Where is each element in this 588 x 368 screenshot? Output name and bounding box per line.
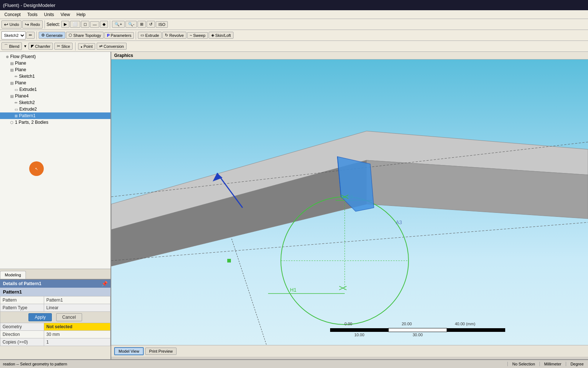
sweep-button[interactable]: Sweep [187, 32, 208, 39]
unit-degree-status: Degree [566, 362, 588, 366]
graphics-area: Graphics [111, 52, 588, 359]
apply-button[interactable]: Apply [28, 313, 52, 321]
tab-modeling[interactable]: Modeling [0, 271, 26, 279]
zoom-out-btn[interactable]: 🔍- [125, 21, 137, 28]
share-topology-button[interactable]: Share Topology [66, 32, 104, 39]
status-message: reation -- Select geometry to pattern [0, 362, 507, 366]
detail-value-geometry[interactable]: Not selected [44, 323, 111, 331]
tree-item-plane2[interactable]: ▤ Plane [0, 66, 111, 73]
select-edge-btn[interactable]: — [90, 21, 99, 28]
generate-button[interactable]: Generate [39, 32, 65, 39]
tree-item-pattern1[interactable]: ⊞ Pattern1 [0, 112, 111, 119]
detail-value-copies[interactable]: 1 [44, 338, 111, 346]
generate-icon [41, 33, 45, 38]
extrude-button[interactable]: Extrude [138, 32, 162, 39]
revolve-button[interactable]: Revolve [162, 32, 186, 39]
details-table: Pattern Pattern1 Pattern Type Linear App… [0, 296, 111, 346]
status-right: No Selection Millimeter Degree [507, 362, 588, 366]
extrude-icon [140, 33, 144, 38]
detail-row-pattern: Pattern Pattern1 [0, 296, 111, 304]
redo-button[interactable]: Redo [22, 20, 42, 28]
select-box-btn[interactable]: ⬜ [70, 21, 80, 28]
sketch-dropdown[interactable]: Sketch2 [1, 31, 26, 39]
details-header: Details of Pattern1 📌 [0, 280, 111, 288]
blend-dropdown-arrow[interactable]: ▼ [23, 44, 27, 48]
orange-cursor-indicator: ↖ [29, 161, 44, 176]
cursor-arrow: ↖ [35, 167, 38, 171]
cancel-button[interactable]: Cancel [56, 313, 82, 321]
menu-concept[interactable]: Concept [1, 11, 24, 18]
detail-label-type: Pattern Type [0, 304, 44, 312]
zoom-fit-btn[interactable]: ⊞ [138, 21, 146, 28]
detail-label-geometry: Geometry [0, 323, 44, 331]
svg-text:30.00: 30.00 [413, 333, 423, 337]
toolbar2: Sketch2 ✏ Generate Share Topology Parame… [0, 30, 588, 41]
detail-row-buttons: Apply Cancel [0, 312, 111, 323]
select-body-btn[interactable]: ◆ [100, 21, 108, 28]
tree-item-plane1[interactable]: ▤ Plane [0, 60, 111, 66]
svg-text:40.00 (mm): 40.00 (mm) [455, 322, 475, 326]
sketch1-icon: ✏ [15, 74, 18, 78]
details-title-row: Pattern1 [0, 288, 111, 296]
tree-item-plane3[interactable]: ▤ Plane [0, 80, 111, 86]
undo-button[interactable]: Undo [1, 20, 22, 28]
detail-label-copies: Copies (>=0) [0, 338, 44, 346]
point-icon [81, 44, 82, 49]
tree-item-sketch1[interactable]: ✏ Sketch1 [0, 73, 111, 80]
viewport[interactable]: H1 H2 A3 [111, 60, 588, 345]
details-header-text: Details of Pattern1 [3, 281, 41, 286]
print-preview-button[interactable]: Print Preview [145, 348, 177, 355]
tree-item-flow[interactable]: ⊕ Flow (Fluent) [0, 53, 111, 60]
iso-icon: ISO [158, 22, 165, 27]
select-label: Select: [47, 22, 60, 27]
tree-item-extrude2[interactable]: ▭ Extrude2 [0, 106, 111, 112]
detail-label-pattern: Pattern [0, 296, 44, 304]
edge-icon: — [93, 22, 97, 27]
sketch-icon-btn[interactable]: ✏ [26, 32, 35, 39]
tree-item-plane4[interactable]: ▤ Plane4 [0, 93, 111, 99]
detail-value-pattern[interactable]: Pattern1 [44, 296, 111, 304]
menu-help[interactable]: Help [74, 11, 89, 18]
point-button[interactable]: Point [78, 43, 95, 50]
model-svg: H1 H2 A3 [111, 60, 588, 345]
rotate-btn[interactable]: ↺ [147, 21, 155, 28]
menu-units[interactable]: Units [41, 11, 57, 18]
sweep-icon [190, 33, 192, 38]
plane3-icon: ▤ [10, 81, 13, 85]
chamfer-button[interactable]: Chamfer [28, 43, 53, 50]
viewport-bottom: Model View Print Preview [111, 345, 588, 357]
select-face-btn[interactable]: ◻ [81, 21, 89, 28]
toolbar3: Blend ▼ Chamfer Slice Point Conversion [0, 41, 588, 52]
undo-icon [4, 22, 8, 27]
green-square [227, 259, 231, 262]
title-text: (Fluent) - DesignModeler [3, 3, 55, 8]
blend-button[interactable]: Blend [1, 42, 22, 50]
no-selection-status: No Selection [507, 362, 539, 366]
zoom-in-icon: 🔍+ [115, 22, 122, 27]
skinloft-button[interactable]: Skin/Loft [209, 32, 233, 39]
collapse-pin[interactable]: 📌 [101, 281, 108, 287]
fit-icon: ⊞ [140, 22, 143, 27]
parameters-button[interactable]: Parameters [104, 32, 134, 39]
zoom-in-btn[interactable]: 🔍+ [112, 21, 124, 28]
detail-value-direction[interactable]: 30 mm [44, 331, 111, 338]
select-arrow-btn[interactable]: ▶ [61, 21, 69, 28]
detail-value-type[interactable]: Linear [44, 304, 111, 312]
tree-item-extrude1[interactable]: ▭ Extrude1 [0, 86, 111, 93]
iso-view-btn[interactable]: ISO [156, 21, 168, 28]
left-panel: ⊕ Flow (Fluent) ▤ Plane ▤ Plane ✏ Sketch… [0, 52, 111, 359]
tree-item-sketch2[interactable]: ✏ Sketch2 [0, 99, 111, 106]
plane2-icon: ▤ [10, 68, 13, 72]
slice-button[interactable]: Slice [54, 43, 73, 50]
conversion-button[interactable]: Conversion [97, 43, 127, 50]
detail-row-geometry: Geometry Not selected [0, 323, 111, 331]
tree-item-bodies[interactable]: ⬡ 1 Parts, 2 Bodies [0, 119, 111, 126]
statusbar: reation -- Select geometry to pattern No… [0, 359, 588, 368]
menu-view[interactable]: View [58, 11, 73, 18]
svg-rect-5 [447, 328, 505, 332]
svg-text:20.00: 20.00 [402, 322, 412, 326]
model-view-button[interactable]: Model View [114, 347, 144, 355]
menu-tools[interactable]: Tools [24, 11, 40, 18]
redo-icon [25, 22, 29, 27]
detail-label-direction: Direction [0, 331, 44, 338]
